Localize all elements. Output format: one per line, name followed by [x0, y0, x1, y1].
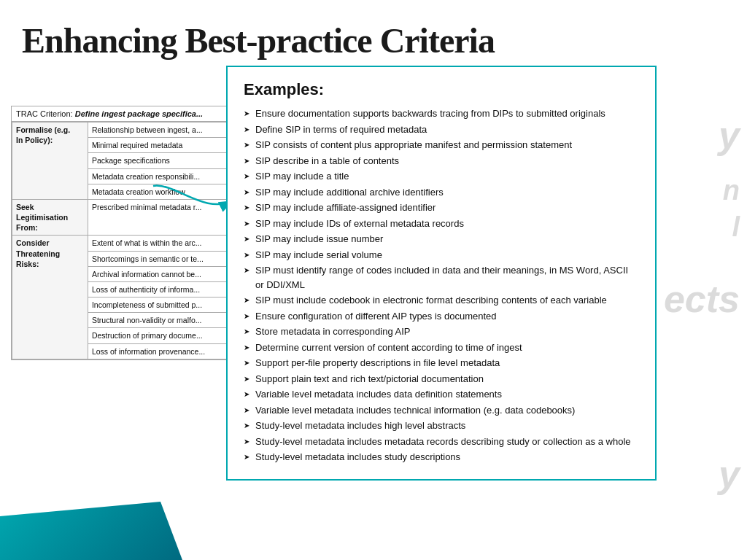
table-cell-package-specs: Package specifications [88, 153, 236, 168]
list-item: Define SIP in terms of required metadata [244, 122, 639, 137]
list-item: SIP must identify range of codes include… [244, 263, 639, 292]
table-header: TRAC Criterion: Define ingest package sp… [12, 106, 236, 122]
list-item: SIP may include issue number [244, 232, 639, 246]
category-risks: ConsiderThreateningRisks: [12, 236, 88, 359]
popup-list: Ensure documentation supports backwards … [244, 106, 639, 464]
list-item: Variable level metadata includes data de… [244, 387, 639, 402]
category-legitimisation: SeekLegitimisationFrom: [12, 199, 88, 236]
list-item: SIP may include serial volume [244, 248, 639, 262]
table-cell-structural: Structural non-validity or malfo... [88, 313, 236, 328]
right-accent-text-2: n [723, 175, 740, 206]
right-accent-text-4: ects [664, 277, 740, 321]
list-item: Store metadata in corresponding AIP [244, 324, 639, 339]
table-row: ConsiderThreateningRisks: Extent of what… [12, 236, 236, 251]
table-row: Formalise (e.g.In Policy): Relationship … [12, 122, 236, 138]
list-item: Study-level metadata includes high level… [244, 419, 639, 433]
examples-popup: Examples: Ensure documentation supports … [226, 66, 657, 481]
right-accent-text-5: y [719, 452, 740, 496]
list-item: Determine current version of content acc… [244, 341, 639, 355]
list-item: SIP may include IDs of external metadata… [244, 217, 639, 231]
table-cell-incompleteness: Incompleteness of submitted p... [88, 298, 236, 313]
list-item: Support plain text and rich text/pictori… [244, 372, 639, 386]
table-cell-authenticity: Loss of authenticity of informa... [88, 281, 236, 297]
trac-table: TRAC Criterion: Define ingest package sp… [11, 106, 237, 360]
list-item: SIP describe in a table of contents [244, 154, 639, 168]
slide-title: Enhancing Best-practice Criteria [22, 20, 495, 61]
list-item: SIP may include affiliate-assigned ident… [244, 201, 639, 215]
list-item: SIP must include codebook in electronic … [244, 293, 639, 308]
list-item: Variable level metadata includes technic… [244, 403, 639, 418]
list-item: Ensure documentation supports backwards … [244, 106, 639, 121]
table-cell-archival: Archival information cannot be... [88, 266, 236, 281]
table-cell-minimal-metadata: Minimal required metadata [88, 138, 236, 153]
list-item: SIP consists of content plus appropriate… [244, 138, 639, 152]
table-cell-extent: Extent of what is within the arc... [88, 236, 236, 251]
list-item: Ensure configuration of different AIP ty… [244, 309, 639, 324]
table-cell-shortcomings: Shortcomings in semantic or te... [88, 251, 236, 266]
list-item: Support per-file property descriptions i… [244, 356, 639, 370]
right-accent-text: y [719, 113, 740, 157]
table-cell: Relationship between ingest, a... [88, 122, 236, 138]
table-cell-destruction: Destruction of primary docume... [88, 328, 236, 343]
popup-title: Examples: [244, 80, 639, 99]
list-item: Study-level metadata includes metadata r… [244, 435, 639, 449]
list-item: SIP may include additional archive ident… [244, 185, 639, 200]
right-accent-text-3: l [732, 211, 740, 243]
table-header-italic: Define ingest package specifica... [75, 109, 203, 118]
category-formalise: Formalise (e.g.In Policy): [12, 122, 88, 200]
list-item: Study-level metadata includes study desc… [244, 450, 639, 464]
list-item: SIP may include a title [244, 169, 639, 184]
table-cell-provenance: Loss of information provenance... [88, 343, 236, 359]
